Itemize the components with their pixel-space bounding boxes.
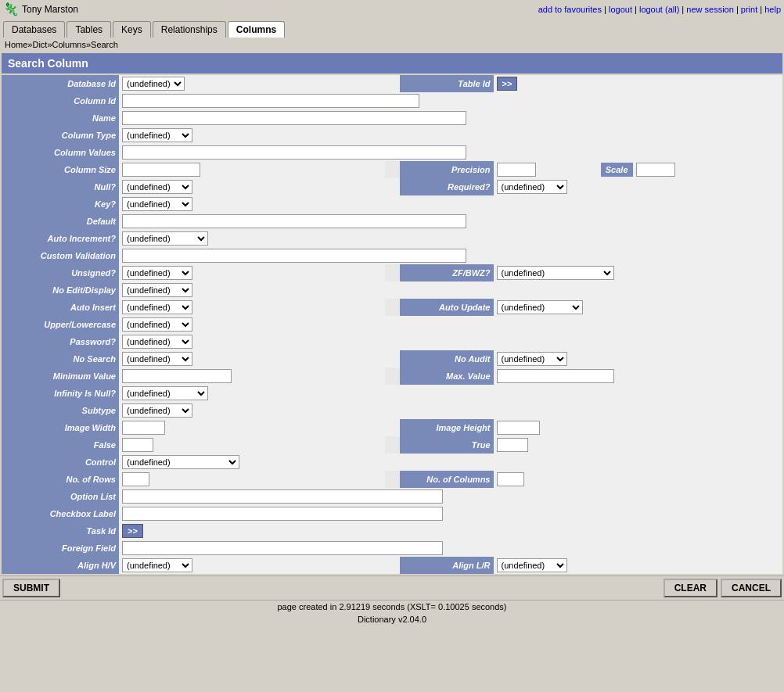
checkbox-label-input[interactable] — [122, 507, 443, 521]
zfbwz-select[interactable]: (undefined) — [497, 266, 614, 280]
table-id-lookup-button[interactable]: >> — [497, 77, 518, 91]
column-size-label: Column Size — [2, 161, 119, 178]
precision-input[interactable] — [497, 163, 536, 177]
auto-increment-select[interactable]: (undefined) — [122, 231, 208, 246]
task-id-label: Task Id — [2, 522, 119, 540]
foreign-field-input[interactable] — [122, 541, 443, 555]
section-title: Search Column — [2, 53, 782, 74]
main-content: Search Column Database Id (undefined) Ta… — [0, 52, 784, 575]
logout-all-link[interactable]: logout (all) — [639, 5, 679, 14]
password-label: Password? — [2, 333, 119, 350]
upper-lowercase-label: Upper/Lowercase — [2, 316, 119, 333]
password-select[interactable]: (undefined) — [122, 335, 192, 349]
true-label: True — [400, 436, 494, 454]
false-label: False — [2, 436, 119, 454]
unsigned-select[interactable]: (undefined) — [122, 266, 192, 280]
clear-button[interactable]: CLEAR — [664, 579, 717, 597]
no-of-rows-input[interactable] — [122, 472, 149, 486]
required-select[interactable]: (undefined) — [497, 180, 567, 194]
no-of-columns-label: No. of Columns — [400, 471, 494, 488]
search-form: Database Id (undefined) Table Id >> Colu… — [2, 75, 782, 574]
username: Tony Marston — [22, 4, 78, 15]
footer-right-buttons: CLEAR CANCEL — [664, 579, 782, 597]
app-icon: 🦎 — [3, 2, 19, 16]
null-select[interactable]: (undefined) — [122, 180, 192, 194]
scale-label: Scale — [601, 163, 633, 177]
scale-input[interactable] — [636, 163, 675, 177]
task-id-lookup-button[interactable]: >> — [122, 524, 143, 538]
control-label: Control — [2, 454, 119, 471]
auto-insert-select[interactable]: (undefined) — [122, 300, 192, 314]
add-to-favourites-link[interactable]: add to favourites — [538, 5, 602, 14]
default-label: Default — [2, 213, 119, 230]
null-label: Null? — [2, 178, 119, 195]
subtype-select[interactable]: (undefined) — [122, 403, 192, 418]
help-link[interactable]: help — [764, 5, 781, 14]
tab-tables[interactable]: Tables — [67, 21, 111, 38]
logout-link[interactable]: logout — [609, 5, 632, 14]
image-height-label: Image Height — [400, 419, 494, 436]
tab-relationships[interactable]: Relationships — [153, 21, 226, 38]
align-hv-label: Align H/V — [2, 557, 119, 574]
auto-update-label: Auto Update — [400, 299, 494, 316]
unsigned-label: Unsigned? — [2, 264, 119, 281]
align-lr-select[interactable]: (undefined) — [497, 558, 567, 572]
no-of-columns-input[interactable] — [497, 472, 524, 486]
column-type-label: Column Type — [2, 127, 119, 144]
image-width-label: Image Width — [2, 419, 119, 436]
key-select[interactable]: (undefined) — [122, 197, 192, 211]
upper-lowercase-select[interactable]: (undefined) — [122, 317, 192, 332]
no-edit-display-select[interactable]: (undefined) — [122, 283, 192, 297]
infinity-is-null-label: Infinity Is Null? — [2, 385, 119, 402]
no-audit-select[interactable]: (undefined) — [497, 352, 567, 366]
header-nav: add to favourites | logout | logout (all… — [538, 5, 781, 14]
cancel-button[interactable]: CANCEL — [721, 579, 782, 597]
default-input[interactable] — [122, 214, 466, 228]
max-value-input[interactable] — [497, 369, 614, 383]
auto-increment-label: Auto Increment? — [2, 230, 119, 247]
minimum-value-label: Minimum Value — [2, 368, 119, 385]
auto-insert-label: Auto Insert — [2, 299, 119, 316]
column-type-select[interactable]: (undefined) — [122, 128, 192, 142]
name-label: Name — [2, 109, 119, 127]
true-input[interactable] — [497, 438, 528, 452]
tab-columns[interactable]: Columns — [228, 21, 285, 38]
dictionary-version: Dictionary v2.04.0 — [0, 613, 784, 626]
custom-validation-label: Custom Validation — [2, 247, 119, 264]
print-link[interactable]: print — [741, 5, 757, 14]
no-search-label: No Search — [2, 350, 119, 368]
column-values-label: Column Values — [2, 144, 119, 161]
no-audit-label: No Audit — [400, 350, 494, 368]
footer-bar: SUBMIT CLEAR CANCEL — [0, 575, 784, 600]
table-id-label: Table Id — [400, 75, 494, 92]
database-id-select[interactable]: (undefined) — [122, 77, 185, 91]
auto-update-select[interactable]: (undefined) — [497, 300, 583, 314]
option-list-input[interactable] — [122, 489, 443, 504]
header: 🦎 Tony Marston add to favourites | logou… — [0, 0, 784, 18]
new-session-link[interactable]: new session — [686, 5, 734, 14]
infinity-is-null-select[interactable]: (undefined) — [122, 386, 208, 400]
image-width-input[interactable] — [122, 421, 165, 435]
control-select[interactable]: (undefined) — [122, 455, 239, 469]
tab-databases[interactable]: Databases — [3, 21, 65, 38]
status-text: page created in 2.91219 seconds (XSLT= 0… — [277, 602, 506, 611]
align-hv-select[interactable]: (undefined) — [122, 558, 192, 572]
subtype-label: Subtype — [2, 402, 119, 419]
minimum-value-input[interactable] — [122, 369, 232, 383]
false-input[interactable] — [122, 438, 153, 452]
breadcrumb: Home»Dict»Columns»Search — [0, 38, 784, 52]
align-lr-label: Align L/R — [400, 557, 494, 574]
option-list-label: Option List — [2, 488, 119, 505]
status-bar: page created in 2.91219 seconds (XSLT= 0… — [0, 600, 784, 613]
no-search-select[interactable]: (undefined) — [122, 352, 192, 366]
submit-button[interactable]: SUBMIT — [2, 579, 60, 597]
image-height-input[interactable] — [497, 421, 540, 435]
column-size-input[interactable] — [122, 163, 200, 177]
column-id-input[interactable] — [122, 94, 419, 108]
column-id-label: Column Id — [2, 92, 119, 109]
tab-keys[interactable]: Keys — [113, 21, 151, 38]
custom-validation-input[interactable] — [122, 249, 466, 263]
zfbwz-label: ZF/BWZ? — [400, 264, 494, 281]
name-input[interactable] — [122, 111, 466, 125]
column-values-input[interactable] — [122, 145, 466, 160]
